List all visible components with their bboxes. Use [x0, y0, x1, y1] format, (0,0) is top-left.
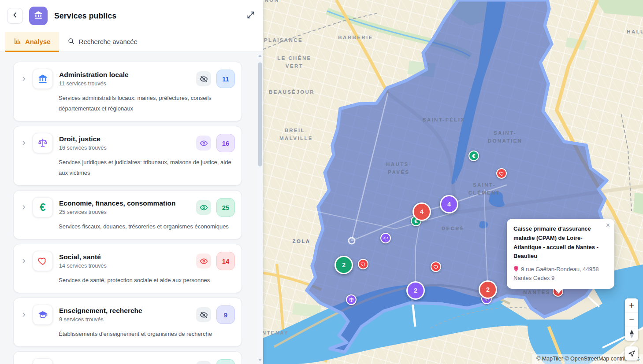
category-card-header: Travail, emploi, formation [14, 352, 242, 364]
cluster-marker[interactable]: 2 [335, 256, 353, 274]
eye-off-icon [200, 75, 208, 83]
app-window: Services publics Analyse Recherche avanc… [0, 0, 643, 364]
zoom-controls: + − [625, 298, 638, 341]
popup-address: 9 rue Gaëtan-Rondeau, 44958 Nantes Cedex… [513, 265, 608, 283]
eye-off-icon [200, 311, 208, 319]
euro-marker[interactable]: € [468, 151, 479, 161]
close-icon[interactable]: × [606, 222, 610, 229]
map-area-label: ZOLA [293, 238, 311, 246]
category-titles: Administration locale 11 services trouvé… [59, 71, 196, 87]
map-area-label: HALU [627, 28, 643, 36]
category-icon-tile [33, 133, 53, 153]
category-icon-tile [33, 251, 53, 271]
map-area-label: BARBERIE [338, 34, 373, 42]
category-card[interactable]: € Economie, finances, consommation 25 se… [13, 190, 242, 239]
category-card[interactable]: Droit, justice 16 services trouvés 16 Se… [13, 126, 242, 186]
category-title: Droit, justice [59, 135, 196, 143]
popup-address-text: 9 rue Gaëtan-Rondeau, 44958 Nantes Cedex… [513, 266, 598, 281]
tab-recherche-avanc-e[interactable]: Recherche avancée [59, 32, 146, 51]
locate-button[interactable] [625, 346, 638, 360]
category-card[interactable]: Enseignement, recherche 9 services trouv… [13, 298, 242, 347]
tab-label: Recherche avancée [79, 38, 138, 45]
chevron-right-icon[interactable] [21, 140, 27, 146]
page-title: Services publics [54, 11, 116, 21]
scales-marker[interactable] [380, 233, 391, 243]
count-badge [216, 359, 235, 364]
category-titles: Droit, justice 16 services trouvés [59, 135, 196, 151]
map-canvas[interactable]: NONPLAISANCEBARBERIELE CHÊNE VERTBEAUSÉJ… [263, 0, 643, 364]
cluster-marker[interactable]: 4 [413, 202, 431, 221]
category-count: 14 services trouvés [59, 263, 196, 269]
expand-arrows-icon [246, 11, 255, 21]
category-icon-tile [33, 69, 53, 89]
count-badge: 11 [216, 70, 235, 88]
map-area-label: DECRÉ [442, 225, 465, 233]
heart-marker[interactable] [358, 259, 368, 269]
visibility-toggle[interactable] [196, 136, 211, 151]
heart-marker[interactable] [431, 261, 441, 272]
tab-label: Analyse [25, 38, 51, 45]
category-card[interactable]: Administration locale 11 services trouvé… [13, 62, 242, 121]
cluster-marker[interactable]: 2 [406, 281, 425, 300]
chevron-right-icon[interactable] [21, 258, 27, 264]
heart-icon [37, 256, 48, 266]
search-icon [67, 37, 75, 46]
locate-control [625, 346, 638, 360]
scroll-down-arrow-icon[interactable] [258, 359, 262, 361]
category-description: Services de santé, protection sociale et… [14, 273, 242, 293]
map-area-label: BREIL- MALVILLE [279, 127, 313, 143]
tab-analyse[interactable]: Analyse [5, 32, 59, 51]
visibility-toggle[interactable] [196, 254, 211, 268]
cluster-marker[interactable]: 2 [479, 280, 497, 299]
category-icon-tile [33, 305, 53, 325]
category-title: Administration locale [59, 71, 196, 79]
scales-marker[interactable] [346, 294, 357, 305]
compass-button[interactable] [625, 327, 638, 341]
category-card[interactable]: Social, santé 14 services trouvés 14 Ser… [13, 244, 242, 293]
chevron-left-icon [11, 11, 19, 20]
category-title: Economie, finances, consommation [59, 199, 196, 207]
category-title: Enseignement, recherche [59, 307, 196, 315]
landmark-icon [37, 74, 48, 84]
count-badge: 14 [216, 252, 235, 270]
eye-icon [200, 257, 208, 265]
visibility-toggle[interactable] [196, 71, 211, 86]
category-list: Administration locale 11 services trouvé… [0, 52, 263, 364]
category-card-header: € Economie, finances, consommation 25 se… [14, 191, 242, 219]
back-button[interactable] [7, 8, 23, 24]
bar-chart-icon [14, 37, 21, 46]
landmark-icon [33, 10, 43, 22]
scroll-up-arrow-icon[interactable] [258, 55, 262, 57]
category-titles: Economie, finances, consommation 25 serv… [59, 199, 196, 215]
zoom-in-button[interactable]: + [625, 298, 638, 313]
chevron-right-icon[interactable] [21, 312, 27, 318]
visibility-toggle[interactable] [196, 200, 211, 215]
scales-icon [37, 138, 48, 148]
category-card-header: Enseignement, recherche 9 services trouv… [14, 298, 242, 327]
cluster-marker[interactable]: 4 [440, 195, 458, 213]
zoom-out-button[interactable]: − [625, 313, 638, 327]
category-title: Social, santé [59, 253, 196, 261]
scrollbar-thumb[interactable] [258, 63, 262, 166]
graduation-icon [37, 309, 48, 320]
chevron-right-icon[interactable] [21, 76, 27, 82]
count-badge: 25 [216, 198, 235, 217]
expand-button[interactable] [246, 11, 255, 21]
visibility-toggle[interactable] [196, 361, 211, 364]
popup-title: Caisse primaire d'assurance maladie (CPA… [513, 224, 608, 261]
visibility-toggle[interactable] [196, 307, 211, 322]
category-description: Services juridiques et judiciaires: trib… [14, 155, 242, 185]
category-description: Services administratifs locaux: mairies,… [14, 91, 242, 121]
category-card-header: Droit, justice 16 services trouvés 16 [14, 126, 242, 155]
map-area-label: LE CHÊNE VERT [277, 55, 311, 70]
landmark-app-icon [29, 7, 48, 25]
map-area-label: PLAISANCE [264, 37, 303, 44]
category-titles: Enseignement, recherche 9 services trouv… [59, 307, 196, 323]
category-card[interactable]: Travail, emploi, formation [13, 351, 242, 364]
count-badge: 16 [216, 134, 235, 152]
sidebar-scrollbar[interactable] [257, 52, 263, 364]
compass-icon [629, 330, 634, 338]
chevron-right-icon[interactable] [21, 204, 27, 210]
heart-marker[interactable] [496, 168, 507, 179]
category-count: 9 services trouvés [59, 316, 196, 323]
